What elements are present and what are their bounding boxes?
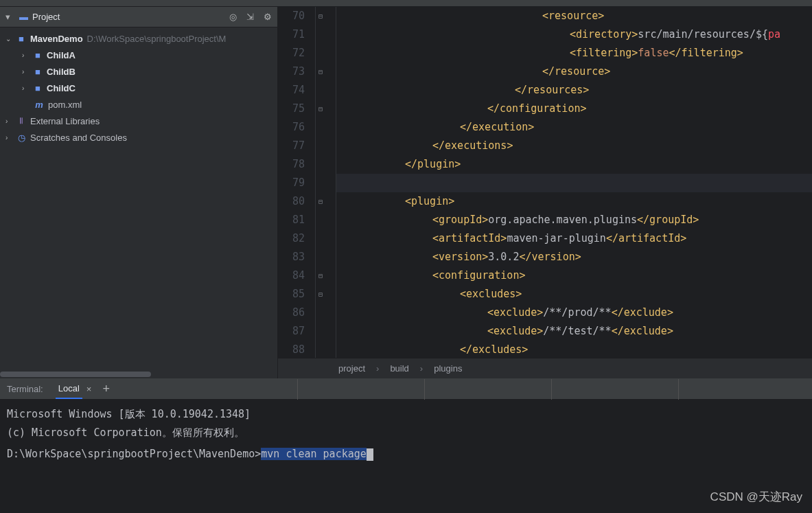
- maven-icon: m: [33, 100, 45, 110]
- folder-icon: ■: [32, 83, 44, 93]
- line-gutter[interactable]: 70717273747576777879808182838485868788: [278, 7, 316, 358]
- tree-item-childa[interactable]: › ■ ChildA: [0, 47, 277, 63]
- project-tool-header[interactable]: ▾ ▬ Project ◎ ⇲ ⚙: [0, 7, 277, 27]
- chevron-right-icon[interactable]: ›: [22, 52, 32, 59]
- target-icon[interactable]: ◎: [229, 12, 237, 22]
- terminal-command: mvn clean package: [261, 448, 367, 460]
- tree-external-libs[interactable]: › ⫴ External Libraries: [0, 113, 277, 129]
- terminal-tabs: Terminal: Local × +: [0, 379, 812, 400]
- chevron-right-icon[interactable]: ›: [22, 68, 32, 76]
- chevron-right-icon: ›: [376, 363, 379, 374]
- editor-pane: 70717273747576777879808182838485868788 ⊟…: [278, 7, 812, 378]
- chevron-right-icon: ›: [420, 363, 423, 374]
- tree-item-pom[interactable]: m pom.xml: [0, 96, 277, 113]
- folder-icon: ■: [15, 34, 27, 44]
- add-terminal-icon[interactable]: +: [102, 382, 110, 396]
- breadcrumb-item[interactable]: build: [390, 363, 408, 374]
- breadcrumb-item[interactable]: plugins: [434, 363, 462, 374]
- chevron-down-icon[interactable]: ⌄: [5, 35, 15, 43]
- chevron-right-icon[interactable]: ›: [5, 134, 15, 141]
- scratch-icon: ◷: [15, 133, 27, 143]
- tree-scratches[interactable]: › ◷ Scratches and Consoles: [0, 129, 277, 146]
- terminal-tab-local[interactable]: Local: [56, 379, 82, 399]
- code-editor[interactable]: 70717273747576777879808182838485868788 ⊟…: [278, 7, 812, 358]
- expand-icon[interactable]: ⇲: [246, 12, 254, 22]
- library-icon: ⫴: [15, 115, 27, 126]
- project-tree[interactable]: ⌄ ■ MavenDemo D:\WorkSpace\springbootPro…: [0, 27, 277, 370]
- fold-gutter[interactable]: ⊟⊟⊟⊟⊟⊟: [316, 7, 336, 358]
- code-content[interactable]: <resource><directory>src/main/resources/…: [336, 7, 812, 358]
- terminal-line: Microsoft Windows [版本 10.0.19042.1348]: [7, 405, 805, 424]
- tree-root[interactable]: ⌄ ■ MavenDemo D:\WorkSpace\springbootPro…: [0, 30, 277, 47]
- project-title: Project: [32, 12, 60, 22]
- project-sidebar: ▾ ▬ Project ◎ ⇲ ⚙ ⌄ ■ MavenDemo D:\WorkS…: [0, 7, 278, 378]
- tree-item-childc[interactable]: › ■ ChildC: [0, 80, 277, 96]
- close-icon[interactable]: ×: [86, 384, 92, 394]
- terminal-label: Terminal:: [7, 384, 43, 394]
- project-icon: ▬: [19, 12, 28, 22]
- chevron-right-icon[interactable]: ›: [5, 117, 15, 125]
- folder-icon: ■: [32, 50, 44, 60]
- watermark: CSDN @天迹Ray: [710, 489, 802, 505]
- settings-icon[interactable]: ⚙: [264, 12, 272, 22]
- breadcrumb[interactable]: project › build › plugins: [278, 358, 812, 378]
- terminal-prompt-line: D:\WorkSpace\springbootProject\MavenDemo…: [7, 445, 805, 464]
- terminal-content[interactable]: Microsoft Windows [版本 10.0.19042.1348] (…: [0, 400, 812, 513]
- cursor: [367, 448, 373, 461]
- chevron-right-icon[interactable]: ›: [22, 84, 32, 92]
- terminal-panel: Terminal: Local × + Microsoft Windows [版…: [0, 378, 812, 513]
- collapse-icon[interactable]: ▾: [5, 12, 16, 22]
- terminal-line: (c) Microsoft Corporation。保留所有权利。: [7, 424, 805, 442]
- breadcrumb-item[interactable]: project: [338, 363, 365, 374]
- tree-item-childb[interactable]: › ■ ChildB: [0, 63, 277, 80]
- title-bar: [0, 0, 812, 7]
- folder-icon: ■: [32, 67, 44, 77]
- sidebar-scrollbar[interactable]: [0, 370, 277, 378]
